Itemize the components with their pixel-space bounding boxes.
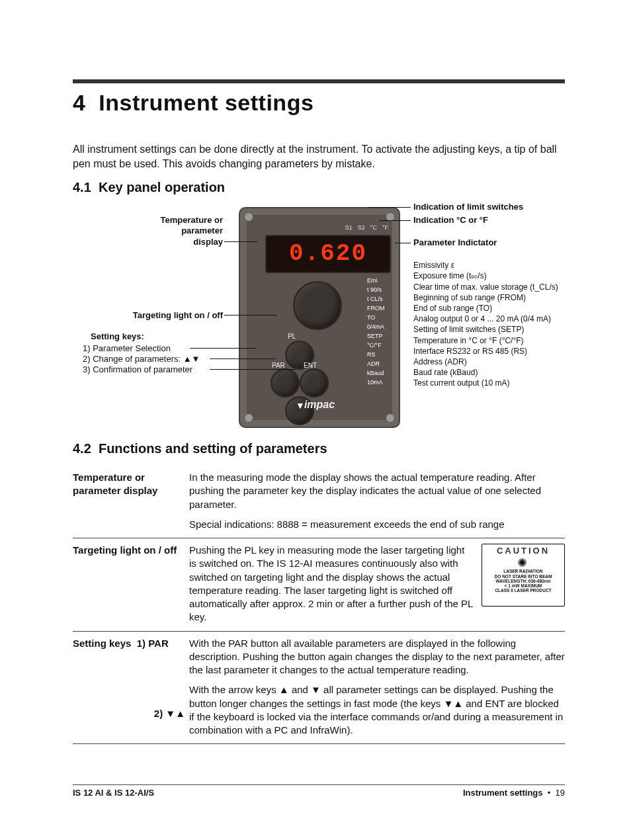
param-list-item: Clear time of max. value storage (t_CL/s… — [413, 282, 566, 292]
param-list-item: Setting of limit switches (SETP) — [413, 324, 566, 335]
param-label: Temperature or parameter display — [73, 471, 189, 531]
button-par — [271, 368, 300, 398]
param-list-item: Baud rate (kBaud) — [413, 367, 566, 378]
footer-section: Instrument settings — [463, 788, 543, 798]
param-text: With the PAR button all available parame… — [189, 637, 565, 677]
callout-unit: Indication °C or °F — [413, 215, 488, 226]
callout-setkeys-3: 3) Confirmation of parameter — [83, 364, 192, 375]
chapter-title: 4 Instrument settings — [73, 90, 565, 116]
brand-logo: impac — [247, 399, 392, 411]
callout-setkeys-2: 2) Change of parameters: ▲▼ — [83, 354, 200, 364]
footer-page-number: 19 — [556, 788, 565, 798]
callout-param-indicator: Parameter Indictator — [413, 237, 497, 248]
indicator-s2: S2 — [358, 224, 365, 233]
callout-display: Temperature or parameter display — [124, 215, 223, 247]
screw-icon — [244, 413, 253, 423]
section-42-number: 4.2 — [73, 441, 91, 456]
callout-param-list: Emissivity ε Exposure time (t₉₀/s) Clear… — [413, 260, 566, 388]
param-list-item: End of sub range (TO) — [413, 303, 566, 314]
indicator-row: S1 S2 °C °F — [265, 224, 388, 233]
leader-line — [224, 315, 277, 315]
chapter-title-text: Instrument settings — [99, 90, 314, 115]
param-label: Setting keys 1) PAR 2) ▼▲ — [73, 637, 189, 737]
caution-line: WAVELENGTH: 630-680nm — [484, 579, 563, 583]
side-label: 10mA — [367, 378, 400, 387]
callout-limit-switches: Indication of limit switches — [413, 202, 523, 212]
param-list-item: Test current output (10 mA) — [413, 378, 566, 388]
caution-line: DO NOT STARE INTO BEAM — [484, 574, 563, 579]
param-text: In the measuring mode the display shows … — [189, 471, 565, 511]
side-label: TO — [367, 313, 400, 322]
screw-icon — [386, 413, 395, 423]
chapter-number: 4 — [73, 90, 85, 115]
sub-label-par: 1) PAR — [137, 638, 169, 649]
indicator-degf: °F — [382, 224, 388, 233]
sub-label-arrows: 2) ▼▲ — [154, 708, 185, 719]
param-list-item: Beginning of sub range (FROM) — [413, 292, 566, 303]
caution-line: CLASS II LASER PRODUCT — [484, 588, 563, 593]
leader-line — [210, 358, 276, 359]
side-label: RS — [367, 350, 400, 359]
section-41-number: 4.1 — [73, 180, 91, 194]
side-label: 0/4mA — [367, 322, 400, 331]
side-label: t CL/s — [367, 294, 400, 304]
param-row-targeting: Targeting light on / off Pushing the PL … — [73, 538, 565, 632]
chapter-rule — [73, 79, 565, 83]
footer-bullet: • — [548, 788, 551, 798]
param-content: In the measuring mode the display shows … — [189, 471, 565, 531]
caution-header: CAUTION — [484, 546, 563, 556]
param-content: With the PAR button all available parame… — [189, 637, 565, 737]
led-readout: 0.620 — [265, 235, 391, 273]
param-row-setting-keys: Setting keys 1) PAR 2) ▼▲ With the PAR b… — [73, 632, 565, 745]
param-list-item: Temperature in °C or °F (°C/°F) — [413, 335, 566, 346]
callout-setkeys-header: Setting keys: — [91, 331, 144, 342]
laser-star-icon: ✺ — [517, 557, 527, 569]
instrument-body: S1 S2 °C °F 0.620 PL ▲ PAR ENT ▼ Emi — [239, 207, 400, 428]
button-ent — [300, 368, 329, 398]
leader-line — [368, 207, 411, 208]
caution-line: < 1 mW MAXIMUM — [484, 583, 563, 588]
param-list-item: Interface RS232 or RS 485 (RS) — [413, 346, 566, 357]
param-label: Targeting light on / off — [73, 544, 189, 624]
param-list-item: Analog output 0 or 4 ... 20 mA (0/4 mA) — [413, 314, 566, 324]
manual-page: 4 Instrument settings All instrument set… — [0, 0, 631, 840]
leader-line — [379, 220, 411, 221]
param-text: Special indications: 8888 = measurement … — [189, 518, 565, 531]
indicator-degc: °C — [370, 224, 377, 233]
param-list-item: Exposure time (t₉₀/s) — [413, 271, 566, 281]
side-label: °C/°F — [367, 341, 400, 350]
section-41-text: Key panel operation — [99, 180, 225, 194]
callout-setkeys-1: 1) Parameter Selection — [83, 343, 171, 354]
side-label: kBaud — [367, 368, 400, 378]
instrument-faceplate: S1 S2 °C °F 0.620 PL ▲ PAR ENT ▼ Emi — [247, 215, 392, 420]
section-42-text: Functions and setting of parameters — [99, 441, 327, 456]
param-text: Pushing the PL key in measuring mode the… — [189, 544, 474, 624]
leader-line — [210, 369, 296, 370]
footer-right: Instrument settings • 19 — [463, 788, 565, 798]
param-row-display: Temperature or parameter display In the … — [73, 466, 565, 538]
side-label: ADR — [367, 359, 400, 368]
page-footer: IS 12 AI & IS 12-AI/S Instrument setting… — [73, 784, 565, 798]
leader-line — [395, 243, 411, 243]
label-pl: PL — [288, 333, 296, 340]
param-content: Pushing the PL key in measuring mode the… — [189, 544, 565, 624]
footer-model: IS 12 AI & IS 12-AI/S — [73, 788, 154, 798]
section-41-title: 4.1 Key panel operation — [73, 180, 565, 195]
chapter-intro: All instrument settings can be done dire… — [73, 142, 565, 171]
leader-line — [224, 241, 257, 242]
side-label: t 90/s — [367, 285, 400, 294]
key-panel-diagram: S1 S2 °C °F 0.620 PL ▲ PAR ENT ▼ Emi — [77, 200, 560, 432]
caution-line: LASER RADIATION — [484, 569, 563, 573]
indicator-s1: S1 — [345, 224, 353, 233]
side-label: SETP — [367, 331, 400, 341]
side-label: FROM — [367, 304, 400, 313]
section-42-title: 4.2 Functions and setting of parameters — [73, 441, 565, 456]
leader-line — [190, 348, 256, 349]
param-text: With the arrow keys ▲ and ▼ all paramete… — [189, 683, 565, 737]
side-label: Emi — [367, 276, 400, 285]
param-list-item: Address (ADR) — [413, 357, 566, 367]
side-label-column: Emi t 90/s t CL/s FROM TO 0/4mA SETP °C/… — [367, 276, 400, 387]
param-list-item: Emissivity ε — [413, 260, 566, 271]
parameter-table: Temperature or parameter display In the … — [73, 466, 565, 744]
caution-label-icon: CAUTION ✺ LASER RADIATION DO NOT STARE I… — [482, 544, 565, 607]
